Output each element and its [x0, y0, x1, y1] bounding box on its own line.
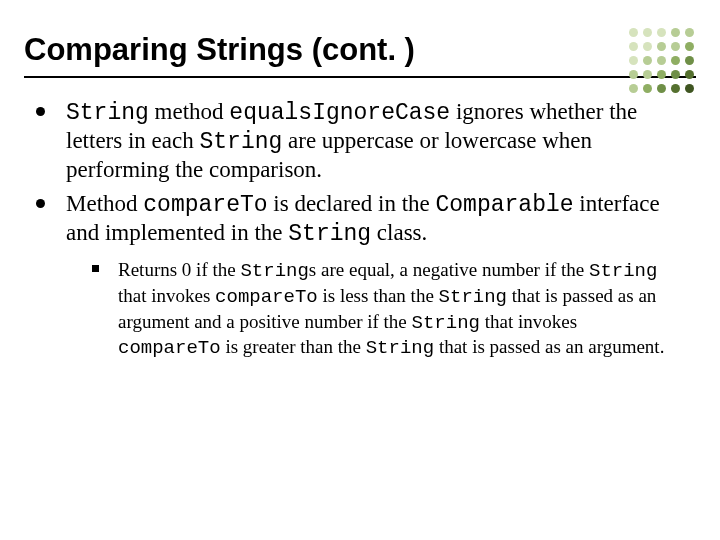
dot [629, 84, 638, 93]
body-text: is less than the [318, 285, 439, 306]
bullet-list: String method equalsIgnoreCase ignores w… [36, 98, 676, 361]
dot [643, 28, 652, 37]
dot [643, 42, 652, 51]
dot [685, 42, 694, 51]
code-text: String [66, 100, 149, 126]
code-text: String [199, 129, 282, 155]
dot [671, 70, 680, 79]
dot [629, 42, 638, 51]
code-text: String [412, 312, 480, 334]
dot [685, 84, 694, 93]
list-item: Method compareTo is declared in the Comp… [36, 190, 676, 361]
body-text: that invokes [480, 311, 577, 332]
body-text: method [149, 99, 230, 124]
dot [685, 28, 694, 37]
dot [643, 84, 652, 93]
code-text: compareTo [143, 192, 267, 218]
dot [671, 28, 680, 37]
list-item: String method equalsIgnoreCase ignores w… [36, 98, 676, 184]
body-text: Returns 0 if the [118, 259, 240, 280]
dot [629, 28, 638, 37]
sub-bullet-list: Returns 0 if the Strings are equal, a ne… [66, 258, 676, 361]
code-text: String [288, 221, 371, 247]
dot [657, 70, 666, 79]
dot [643, 70, 652, 79]
body-text: is declared in the [268, 191, 436, 216]
dot [657, 42, 666, 51]
dot [629, 70, 638, 79]
slide-title: Comparing Strings (cont. ) [0, 0, 720, 76]
list-item: Returns 0 if the Strings are equal, a ne… [92, 258, 676, 361]
dot [657, 56, 666, 65]
code-text: compareTo [215, 286, 318, 308]
dot [629, 56, 638, 65]
dot [671, 42, 680, 51]
body-text: s are equal, a negative number if the [309, 259, 589, 280]
body-text: that is passed as an argument. [434, 336, 664, 357]
code-text: String [439, 286, 507, 308]
dot [685, 70, 694, 79]
code-text: String [240, 260, 308, 282]
dot [685, 56, 694, 65]
code-text: String [366, 337, 434, 359]
dot [657, 28, 666, 37]
code-text: String [589, 260, 657, 282]
body-text: that invokes [118, 285, 215, 306]
dot [671, 84, 680, 93]
decorative-dot-grid [629, 28, 696, 95]
body-text: is greater than the [221, 336, 366, 357]
code-text: equalsIgnoreCase [229, 100, 450, 126]
dot [643, 56, 652, 65]
code-text: Comparable [436, 192, 574, 218]
slide-body: String method equalsIgnoreCase ignores w… [0, 98, 720, 361]
body-text: Method [66, 191, 143, 216]
dot [657, 84, 666, 93]
title-rule [24, 76, 696, 78]
code-text: compareTo [118, 337, 221, 359]
dot [671, 56, 680, 65]
body-text: class. [371, 220, 427, 245]
